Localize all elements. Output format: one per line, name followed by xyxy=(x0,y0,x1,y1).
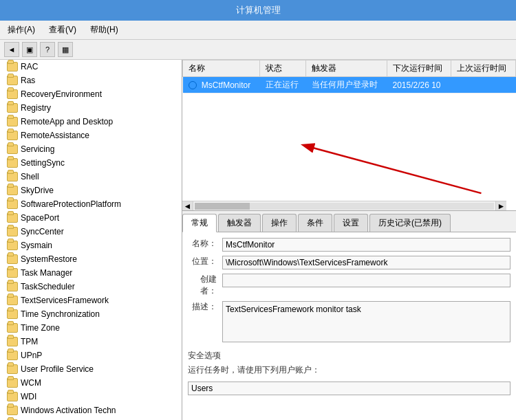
menu-item-help[interactable]: 帮助(H) xyxy=(87,23,122,37)
tree-item-remoteassist[interactable]: RemoteAssistance xyxy=(0,129,182,142)
tab-bar: 常规 触发器 操作 条件 设置 历史记录(已禁用) xyxy=(182,211,516,232)
security-label: 安全选项 xyxy=(188,350,510,362)
location-label: 位置： xyxy=(188,256,222,269)
tree-item-wcm[interactable]: WCM xyxy=(0,376,182,390)
detail-location-row: 位置： xyxy=(188,256,510,269)
folder-icon xyxy=(7,89,18,99)
detail-creator-row: 创建者： xyxy=(188,274,510,297)
folder-icon xyxy=(7,268,18,278)
folder-icon xyxy=(7,199,18,209)
left-panel: RAC Ras RecoveryEnvironment Registry Rem… xyxy=(0,60,182,420)
folder-icon xyxy=(7,131,18,140)
folder-icon xyxy=(7,227,18,236)
tree-item-synccenter[interactable]: SyncCenter xyxy=(0,225,182,239)
folder-icon xyxy=(7,62,18,71)
tree-item-servicing[interactable]: Servicing xyxy=(0,142,182,156)
folder-icon xyxy=(7,351,18,360)
task-trigger-cell: 当任何用户登录时 xyxy=(306,77,387,93)
tree-item-recovery[interactable]: RecoveryEnvironment xyxy=(0,87,182,101)
col-header-name[interactable]: 名称 xyxy=(183,60,260,77)
tree-item-registry[interactable]: Registry xyxy=(0,101,182,115)
name-label: 名称： xyxy=(188,238,222,252)
tree-item-settingsync[interactable]: SettingSync xyxy=(0,156,182,170)
scroll-right-btn[interactable]: ► xyxy=(495,201,506,211)
tab-general[interactable]: 常规 xyxy=(182,214,217,232)
desc-label: 描述： xyxy=(188,301,222,344)
detail-desc-row: 描述： TextServicesFramework monitor task xyxy=(188,301,510,344)
location-input[interactable] xyxy=(222,256,510,269)
tree-item-taskscheduler[interactable]: TaskScheduler xyxy=(0,280,182,294)
tree-item-rac[interactable]: RAC xyxy=(0,60,182,74)
tree-item-shell[interactable]: Shell xyxy=(0,170,182,184)
tree-item-spaceport[interactable]: SpacePort xyxy=(0,211,182,225)
folder-icon xyxy=(7,241,18,250)
main-content: RAC Ras RecoveryEnvironment Registry Rem… xyxy=(0,60,516,420)
folder-icon xyxy=(7,117,18,126)
tree-item-wdi[interactable]: WDI xyxy=(0,390,182,404)
creator-label: 创建者： xyxy=(188,274,222,297)
folder-icon xyxy=(7,144,18,154)
scroll-thumb[interactable] xyxy=(195,203,250,210)
svg-line-1 xyxy=(304,145,482,193)
tree-item-softwareprot[interactable]: SoftwareProtectionPlatform xyxy=(0,197,182,211)
table-row[interactable]: MsCtfMonitor 正在运行 当任何用户登录时 2015/2/26 10 xyxy=(183,77,516,93)
name-input[interactable] xyxy=(222,238,510,252)
tab-actions[interactable]: 操作 xyxy=(262,214,297,232)
tree-item-winact[interactable]: Windows Activation Techn xyxy=(0,404,182,417)
tab-history[interactable]: 历史记录(已禁用) xyxy=(369,214,451,232)
toolbar-btn-4[interactable]: ▦ xyxy=(58,42,73,57)
folder-icon xyxy=(7,254,18,264)
folder-icon xyxy=(7,213,18,223)
tree-item-systemrestore[interactable]: SystemRestore xyxy=(0,252,182,266)
toolbar-btn-1[interactable]: ◄ xyxy=(4,42,19,57)
tree-item-taskmanager[interactable]: Task Manager xyxy=(0,266,182,280)
folder-icon xyxy=(7,172,18,181)
tree-item-timezone[interactable]: Time Zone xyxy=(0,321,182,335)
toolbar-btn-2[interactable]: ▣ xyxy=(22,42,37,57)
detail-content: 名称： 位置： 创建者： xyxy=(182,232,516,420)
tree-item-remoteapp[interactable]: RemoteApp and Desktop xyxy=(0,115,182,129)
creator-value-container xyxy=(222,274,510,297)
right-panel: 名称 状态 触发器 下次运行时间 上次运行时间 MsCtfMonitor 正在运… xyxy=(182,60,516,420)
folder-icon xyxy=(7,76,18,85)
status-dot xyxy=(189,81,197,89)
folder-icon xyxy=(7,406,18,415)
folder-icon xyxy=(7,282,18,291)
tree-item-textservices[interactable]: TextServicesFramework xyxy=(0,294,182,307)
tab-settings[interactable]: 设置 xyxy=(334,214,368,232)
window-title: 计算机管理 xyxy=(236,5,281,15)
folder-icon xyxy=(7,364,18,374)
run-as-input[interactable] xyxy=(188,382,510,395)
menu-item-view[interactable]: 查看(V) xyxy=(45,23,80,37)
folder-icon xyxy=(7,392,18,401)
folder-icon xyxy=(7,103,18,113)
name-value-container xyxy=(222,238,510,252)
menu-item-action[interactable]: 操作(A) xyxy=(4,23,39,37)
tree-item-skydrive[interactable]: SkyDrive xyxy=(0,184,182,197)
tree-item-tpm[interactable]: TPM xyxy=(0,335,182,349)
folder-icon xyxy=(7,337,18,346)
detail-panel: 常规 触发器 操作 条件 设置 历史记录(已禁用) 名称： 位置： xyxy=(182,211,516,420)
tab-conditions[interactable]: 条件 xyxy=(298,214,332,232)
location-value-container xyxy=(222,256,510,269)
task-table: 名称 状态 触发器 下次运行时间 上次运行时间 MsCtfMonitor 正在运… xyxy=(182,60,516,93)
col-header-trigger[interactable]: 触发器 xyxy=(306,60,387,77)
col-header-status[interactable]: 状态 xyxy=(260,60,306,77)
h-scrollbar[interactable]: ◄ ► xyxy=(182,201,506,210)
toolbar-btn-3[interactable]: ? xyxy=(40,42,55,57)
menu-bar: 操作(A) 查看(V) 帮助(H) xyxy=(0,21,516,40)
desc-textarea[interactable]: TextServicesFramework monitor task xyxy=(222,301,510,342)
col-header-last-run[interactable]: 上次运行时间 xyxy=(451,60,516,77)
run-as-label: 运行任务时，请使用下列用户账户： xyxy=(188,364,510,376)
folder-icon xyxy=(7,378,18,388)
tree-item-timesync[interactable]: Time Synchronization xyxy=(0,307,182,321)
tree-item-upnp[interactable]: UPnP xyxy=(0,349,182,362)
creator-input[interactable] xyxy=(222,274,510,287)
scroll-left-btn[interactable]: ◄ xyxy=(182,201,193,211)
col-header-next-run[interactable]: 下次运行时间 xyxy=(387,60,451,77)
tree-item-sysmain[interactable]: Sysmain xyxy=(0,239,182,252)
tree-item-ras[interactable]: Ras xyxy=(0,74,182,87)
tree-item-windef[interactable]: Windows Defe... xyxy=(0,417,182,420)
tree-item-userprofile[interactable]: User Profile Service xyxy=(0,362,182,376)
tab-triggers[interactable]: 触发器 xyxy=(218,214,261,232)
